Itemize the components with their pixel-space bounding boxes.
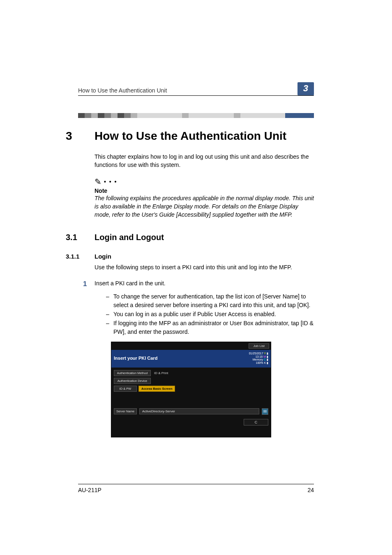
step-1: 1Insert a PKI card in the unit. <box>95 279 314 289</box>
chapter-intro-paragraph: This chapter explains how to log in and … <box>95 153 314 169</box>
section-title: 3.1Login and Logout <box>66 233 314 242</box>
clear-button[interactable]: C <box>244 419 268 426</box>
auth-method-button[interactable]: Authentication Method <box>114 370 151 376</box>
step-1-bullets: To change the server for authentication,… <box>106 292 314 335</box>
running-header-text: How to Use the Authentication Unit <box>78 87 167 94</box>
subsection-title: 3.1.1Login <box>66 253 314 260</box>
note-ellipsis: • • • <box>101 178 117 185</box>
step-1-bullet-2: You can log in as a public user if Publi… <box>106 310 314 318</box>
job-list-button[interactable]: Job List <box>249 343 269 349</box>
page-footer: AU-211P 24 <box>78 484 314 493</box>
subsection-number: 3.1.1 <box>66 253 95 260</box>
note-body: The following explains the procedures ap… <box>95 195 314 218</box>
access-basic-screen-button[interactable]: Access Basic Screen <box>138 386 175 392</box>
chapter-title-text: How to Use the Authentication Unit <box>95 130 286 142</box>
footer-model: AU-211P <box>78 487 101 493</box>
server-list-icon[interactable] <box>262 408 268 415</box>
step-1-number: 1 <box>83 279 95 289</box>
server-name-label: Server Name <box>114 408 137 414</box>
chapter-title: 3How to Use the Authentication Unit <box>66 130 314 143</box>
step-1-bullet-1: To change the server for authentication,… <box>106 292 314 309</box>
insert-card-banner: Insert your PKI Card <box>114 356 157 361</box>
section-title-text: Login and Logout <box>95 233 164 242</box>
note-block: ✎ • • • Note The following explains the … <box>95 177 314 219</box>
mfp-panel-screenshot: Job List Insert your PKI Card 01/25/2017… <box>111 342 271 437</box>
status-area: 01/25/2017 Y ▮ 13:18 M ▮ Memory C ▮ 100%… <box>249 352 268 365</box>
id-and-print-label: ID & Print <box>152 371 168 375</box>
chapter-title-number: 3 <box>66 130 95 143</box>
note-label: Note <box>95 187 314 194</box>
subsection-title-text: Login <box>95 253 111 260</box>
step-1-bullet-3: If logging into the MFP as an administra… <box>106 319 314 336</box>
auth-device-button[interactable]: Authentication Device <box>114 378 151 384</box>
server-name-value: ActiveDirectory-Server <box>139 408 259 414</box>
footer-page-number: 24 <box>307 487 314 493</box>
decorative-color-bar <box>78 113 314 118</box>
note-icon: ✎ <box>95 177 101 186</box>
step-1-text: Insert a PKI card in the unit. <box>95 280 166 287</box>
chapter-number-badge: 3 <box>297 82 314 95</box>
id-pw-button[interactable]: ID & PW <box>114 386 137 392</box>
subsection-intro: Use the following steps to insert a PKI … <box>95 263 314 271</box>
section-number: 3.1 <box>66 233 95 242</box>
